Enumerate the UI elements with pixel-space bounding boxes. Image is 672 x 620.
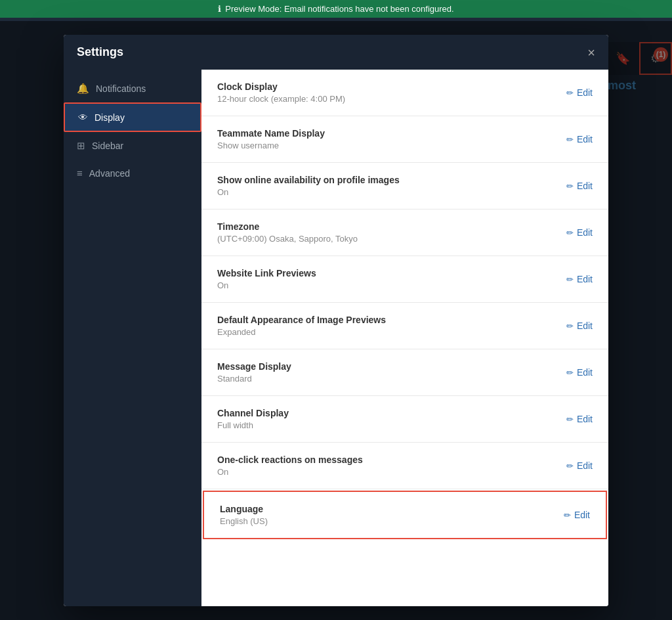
- sidebar-item-notifications-label: Notifications: [96, 83, 146, 94]
- online-availability-title: Show online availability on profile imag…: [217, 175, 566, 185]
- sidebar-item-advanced[interactable]: ≡ Advanced: [64, 160, 201, 187]
- settings-row-image-previews: Default Appearance of Image Previews Exp…: [201, 303, 608, 349]
- pencil-icon: ✏: [564, 510, 571, 520]
- sidebar-item-notifications[interactable]: 🔔 Notifications: [64, 75, 201, 102]
- clock-display-edit-label: Edit: [577, 87, 593, 98]
- settings-content: Clock Display 12-hour clock (example: 4:…: [201, 70, 608, 606]
- online-availability-edit-button[interactable]: ✏ Edit: [566, 181, 593, 191]
- modal-body: 🔔 Notifications 👁 Display ⊞ Sidebar ≡ Ad…: [64, 70, 608, 606]
- settings-row-online-availability: Show online availability on profile imag…: [201, 163, 608, 210]
- settings-sidebar: 🔔 Notifications 👁 Display ⊞ Sidebar ≡ Ad…: [64, 70, 201, 606]
- website-link-previews-title: Website Link Previews: [217, 268, 566, 278]
- advanced-icon: ≡: [77, 167, 83, 179]
- settings-row-message-display: Message Display Standard ✏ Edit: [201, 349, 608, 396]
- pencil-icon: ✏: [566, 135, 574, 144]
- channel-display-value: Full width: [217, 420, 566, 430]
- settings-row-left: Language English (US): [220, 504, 564, 526]
- timezone-edit-button[interactable]: ✏ Edit: [566, 227, 593, 238]
- sidebar-item-sidebar-label: Sidebar: [92, 141, 123, 151]
- image-previews-edit-label: Edit: [577, 321, 593, 331]
- message-display-edit-button[interactable]: ✏ Edit: [566, 367, 593, 378]
- teammate-name-value: Show username: [217, 141, 566, 150]
- modal-title: Settings: [77, 45, 123, 59]
- channel-display-edit-label: Edit: [577, 414, 593, 424]
- one-click-reactions-edit-label: Edit: [577, 460, 593, 471]
- settings-row-left: Channel Display Full width: [217, 408, 566, 430]
- clock-display-title: Clock Display: [217, 81, 566, 92]
- modal-overlay: (2) (3) Settings × 🔔 Notifications 👁 Dis…: [0, 21, 672, 620]
- settings-row-left: Clock Display 12-hour clock (example: 4:…: [217, 81, 566, 104]
- image-previews-title: Default Appearance of Image Previews: [217, 315, 566, 325]
- image-previews-value: Expanded: [217, 327, 566, 337]
- settings-row-timezone: Timezone (UTC+09:00) Osaka, Sapporo, Tok…: [201, 210, 608, 256]
- pencil-icon: ✏: [566, 228, 574, 238]
- info-icon: ℹ: [218, 4, 221, 14]
- website-link-previews-value: On: [217, 280, 566, 290]
- settings-row-language: Language English (US) ✏ Edit: [203, 491, 607, 539]
- settings-row-clock-display: Clock Display 12-hour clock (example: 4:…: [201, 70, 608, 116]
- channel-display-title: Channel Display: [217, 408, 566, 418]
- pencil-icon: ✏: [566, 88, 574, 98]
- settings-row-left: Website Link Previews On: [217, 268, 566, 290]
- pencil-icon: ✏: [566, 181, 574, 191]
- clock-display-edit-button[interactable]: ✏ Edit: [566, 87, 593, 98]
- settings-row-channel-display: Channel Display Full width ✏ Edit: [201, 396, 608, 443]
- timezone-edit-label: Edit: [577, 227, 593, 238]
- modal-close-button[interactable]: ×: [587, 46, 595, 59]
- settings-row-one-click-reactions: One-click reactions on messages On ✏ Edi…: [201, 443, 608, 489]
- one-click-reactions-edit-button[interactable]: ✏ Edit: [566, 460, 593, 471]
- settings-modal: Settings × 🔔 Notifications 👁 Display ⊞ S…: [64, 35, 608, 606]
- timezone-title: Timezone: [217, 221, 566, 232]
- message-display-value: Standard: [217, 374, 566, 384]
- pencil-icon: ✏: [566, 275, 574, 284]
- settings-row-teammate-name: Teammate Name Display Show username ✏ Ed…: [201, 116, 608, 163]
- language-title: Language: [220, 504, 564, 514]
- modal-header: Settings ×: [64, 35, 608, 70]
- sidebar-item-display-label: Display: [94, 112, 125, 123]
- settings-row-left: Teammate Name Display Show username: [217, 128, 566, 150]
- one-click-reactions-title: One-click reactions on messages: [217, 454, 566, 465]
- website-link-previews-edit-button[interactable]: ✏ Edit: [566, 274, 593, 284]
- language-value: English (US): [220, 516, 564, 526]
- settings-row-left: One-click reactions on messages On: [217, 454, 566, 477]
- message-display-edit-label: Edit: [577, 367, 593, 378]
- teammate-name-edit-button[interactable]: ✏ Edit: [566, 134, 593, 144]
- sidebar-item-advanced-label: Advanced: [89, 168, 130, 179]
- one-click-reactions-value: On: [217, 467, 566, 477]
- sidebar-item-sidebar[interactable]: ⊞ Sidebar: [64, 132, 201, 160]
- website-link-previews-edit-label: Edit: [577, 274, 593, 284]
- online-availability-value: On: [217, 187, 566, 197]
- pencil-icon: ✏: [566, 461, 574, 471]
- settings-row-website-link-previews: Website Link Previews On ✏ Edit: [201, 256, 608, 303]
- image-previews-edit-button[interactable]: ✏ Edit: [566, 321, 593, 331]
- settings-row-left: Default Appearance of Image Previews Exp…: [217, 315, 566, 337]
- teammate-name-edit-label: Edit: [577, 134, 593, 144]
- timezone-value: (UTC+09:00) Osaka, Sapporo, Tokyo: [217, 234, 566, 244]
- message-display-title: Message Display: [217, 361, 566, 372]
- preview-bar-text: Preview Mode: Email notifications have n…: [225, 4, 453, 14]
- online-availability-edit-label: Edit: [577, 181, 593, 191]
- teammate-name-title: Teammate Name Display: [217, 128, 566, 139]
- settings-row-left: Timezone (UTC+09:00) Osaka, Sapporo, Tok…: [217, 221, 566, 244]
- display-icon: 👁: [78, 112, 88, 123]
- settings-list: Clock Display 12-hour clock (example: 4:…: [201, 70, 608, 539]
- language-edit-label: Edit: [574, 510, 590, 520]
- pencil-icon: ✏: [566, 414, 574, 424]
- settings-row-left: Message Display Standard: [217, 361, 566, 384]
- clock-display-value: 12-hour clock (example: 4:00 PM): [217, 94, 566, 104]
- notifications-icon: 🔔: [77, 83, 89, 95]
- pencil-icon: ✏: [566, 368, 574, 378]
- channel-display-edit-button[interactable]: ✏ Edit: [566, 414, 593, 424]
- language-edit-button[interactable]: ✏ Edit: [564, 510, 590, 520]
- sidebar-icon: ⊞: [77, 140, 85, 152]
- pencil-icon: ✏: [566, 321, 574, 331]
- settings-row-left: Show online availability on profile imag…: [217, 175, 566, 197]
- preview-bar: ℹ Preview Mode: Email notifications have…: [0, 0, 672, 18]
- sidebar-item-display[interactable]: 👁 Display: [64, 102, 201, 132]
